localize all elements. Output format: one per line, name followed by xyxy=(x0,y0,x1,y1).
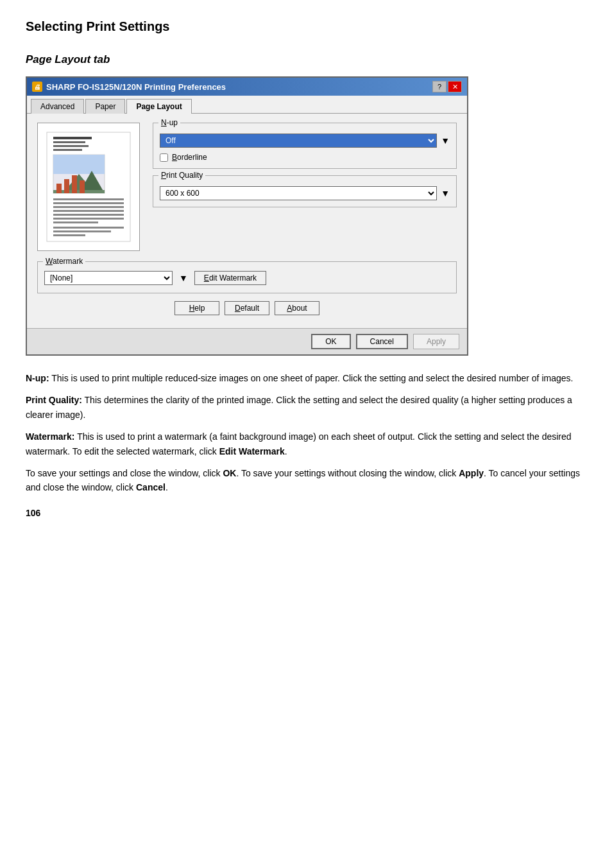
nup-description: This is used to print multiple reduced-s… xyxy=(51,373,573,383)
titlebar-icon: 🖨 xyxy=(32,82,42,92)
svg-rect-4 xyxy=(53,149,82,151)
page-number: 106 xyxy=(26,508,586,518)
borderline-label: Borderline xyxy=(172,153,207,162)
nup-select[interactable]: Off 2 Up 4 Up xyxy=(160,134,437,148)
borderline-checkbox[interactable] xyxy=(160,153,168,162)
watermark-select[interactable]: [None] CONFIDENTIAL DRAFT COPY xyxy=(44,271,173,285)
svg-rect-13 xyxy=(80,180,85,193)
ok-button[interactable]: OK xyxy=(311,334,350,349)
svg-rect-18 xyxy=(53,214,124,216)
watermark-group-label: Watermark xyxy=(43,257,85,266)
svg-rect-11 xyxy=(64,179,69,193)
apply-button[interactable]: Apply xyxy=(413,334,459,349)
print-quality-group: Print Quality 600 x 600 300 x 300 ▼ xyxy=(153,175,457,207)
page-title: Selecting Print Settings xyxy=(26,19,586,34)
watermark-description: This is used to print a watermark (a fai… xyxy=(26,431,572,456)
watermark-section: Watermark [None] CONFIDENTIAL DRAFT COPY… xyxy=(37,261,457,293)
tab-advanced-label: Advanced xyxy=(40,102,74,111)
preview-image xyxy=(44,129,133,245)
dialog-title: SHARP FO-IS125N/120N Printing Preference… xyxy=(46,82,226,92)
watermark-dropdown-icon: ▼ xyxy=(179,273,188,283)
svg-rect-21 xyxy=(53,227,124,229)
tab-page-layout[interactable]: Page Layout xyxy=(126,99,191,114)
default-button[interactable]: Default xyxy=(225,301,269,315)
help-button[interactable]: Help xyxy=(174,301,219,315)
svg-rect-10 xyxy=(56,184,62,193)
nup-dropdown-icon: ▼ xyxy=(441,135,450,146)
help-default-about-row: Help Default About xyxy=(37,301,457,315)
nup-group: N-up Off 2 Up 4 Up ▼ Borderline xyxy=(153,123,457,169)
dialog-window: 🖨 SHARP FO-IS125N/120N Printing Preferen… xyxy=(26,76,468,356)
quality-dropdown-icon: ▼ xyxy=(441,188,450,198)
help-icon-button[interactable]: ? xyxy=(432,81,446,92)
nup-term: N-up: xyxy=(26,373,49,383)
tab-page-layout-label: Page Layout xyxy=(136,102,182,111)
watermark-term: Watermark: xyxy=(26,431,75,442)
dialog-titlebar: 🖨 SHARP FO-IS125N/120N Printing Preferen… xyxy=(27,78,467,96)
svg-rect-20 xyxy=(53,221,98,223)
svg-rect-17 xyxy=(53,210,124,212)
svg-rect-2 xyxy=(53,141,85,143)
svg-rect-22 xyxy=(53,230,111,232)
close-button[interactable]: ✕ xyxy=(448,81,462,92)
description-section: N-up: This is used to print multiple red… xyxy=(26,371,586,495)
quality-term: Print Quality: xyxy=(26,395,82,405)
section-title: Page Layout tab xyxy=(26,53,586,66)
nup-group-label: N-up xyxy=(158,118,180,127)
about-button[interactable]: About xyxy=(275,301,319,315)
quality-description: This determines the clarity of the print… xyxy=(26,395,572,419)
quality-select[interactable]: 600 x 600 300 x 300 xyxy=(160,186,437,200)
svg-rect-12 xyxy=(72,175,77,193)
svg-rect-14 xyxy=(53,198,124,200)
edit-watermark-button[interactable]: Edit Watermark xyxy=(194,271,266,285)
svg-rect-1 xyxy=(53,137,92,139)
footer-description: To save your settings and close the wind… xyxy=(26,468,580,492)
svg-rect-19 xyxy=(53,218,124,220)
tab-paper-label: Paper xyxy=(95,102,115,111)
svg-rect-23 xyxy=(53,234,85,236)
tab-bar: Advanced Paper Page Layout xyxy=(27,96,467,114)
cancel-button[interactable]: Cancel xyxy=(356,334,408,349)
dialog-footer: OK Cancel Apply xyxy=(27,328,467,354)
svg-rect-16 xyxy=(53,206,124,208)
svg-rect-6 xyxy=(53,155,105,174)
print-quality-label: Print Quality xyxy=(158,171,205,180)
preview-panel xyxy=(37,123,140,251)
tab-advanced[interactable]: Advanced xyxy=(31,99,84,114)
dialog-body: N-up Off 2 Up 4 Up ▼ Borderline xyxy=(27,114,467,328)
svg-rect-15 xyxy=(53,202,124,204)
svg-rect-3 xyxy=(53,145,89,147)
tab-paper[interactable]: Paper xyxy=(85,99,125,114)
